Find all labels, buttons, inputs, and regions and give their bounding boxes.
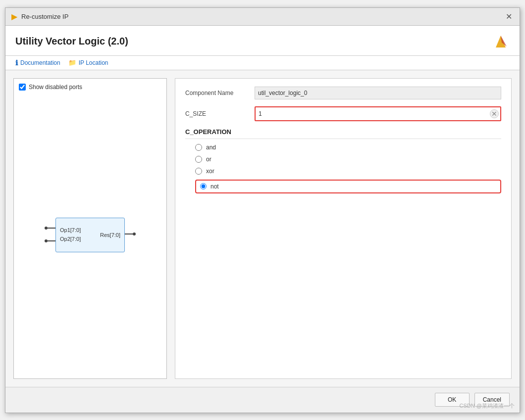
main-content: Show disabled ports Op1[7:0] Op2[7:0] [5, 70, 520, 387]
title-bar-text: Re-customize IP [21, 13, 68, 20]
watermark: CSDN @菜鸡渣渣一个 [460, 402, 515, 410]
block-container: Op1[7:0] Op2[7:0] Res[7:0] [45, 218, 136, 252]
radio-xor-label: xor [206, 168, 214, 175]
radio-or[interactable] [195, 156, 202, 163]
radio-row-xor: xor [195, 168, 501, 175]
logic-block: Op1[7:0] Op2[7:0] Res[7:0] [55, 218, 125, 252]
radio-and[interactable] [195, 144, 202, 151]
svg-marker-0 [496, 36, 506, 47]
radio-xor[interactable] [195, 168, 202, 175]
c-size-clear-button[interactable]: ✕ [490, 109, 499, 118]
show-disabled-ports-row: Show disabled ports [19, 84, 161, 91]
toolbar: ℹ Documentation 📁 IP Location [5, 56, 520, 70]
radio-not[interactable] [200, 183, 207, 189]
c-operation-title: C_OPERATION [185, 128, 501, 139]
radio-row-and: and [195, 144, 501, 151]
radio-group: and or xor not [185, 144, 501, 193]
header-area: Utility Vector Logic (2.0) [5, 26, 520, 56]
component-name-input[interactable] [255, 87, 501, 99]
radio-not-wrapper: not [195, 180, 501, 193]
title-bar-left: ▶ Re-customize IP [11, 12, 68, 21]
ip-location-button[interactable]: 📁 IP Location [68, 59, 108, 66]
folder-icon: 📁 [68, 59, 76, 66]
res-label: Res[7:0] [100, 232, 120, 238]
c-operation-section: C_OPERATION and or xor [185, 128, 501, 193]
dialog-title: Utility Vector Logic (2.0) [15, 36, 128, 47]
documentation-button[interactable]: ℹ Documentation [15, 59, 60, 67]
ip-location-label: IP Location [79, 59, 108, 66]
radio-or-label: or [206, 156, 211, 163]
close-button[interactable]: ✕ [504, 11, 514, 21]
radio-not-label: not [210, 183, 219, 190]
diagram-area: Op1[7:0] Op2[7:0] Res[7:0] [19, 96, 161, 373]
show-disabled-ports-checkbox[interactable] [19, 84, 26, 91]
c-size-row: C_SIZE ✕ [185, 106, 501, 121]
component-name-label: Component Name [185, 90, 250, 96]
left-panel: Show disabled ports Op1[7:0] Op2[7:0] [13, 78, 167, 379]
c-size-label: C_SIZE [185, 110, 250, 117]
radio-row-or: or [195, 156, 501, 163]
component-name-row: Component Name [185, 87, 501, 99]
title-bar-icon: ▶ [11, 12, 17, 21]
title-bar: ▶ Re-customize IP ✕ [5, 8, 520, 26]
c-size-input-wrapper: ✕ [255, 106, 501, 121]
info-icon: ℹ [15, 59, 18, 67]
right-panel: Component Name C_SIZE ✕ C_OPERATION [175, 78, 512, 379]
show-disabled-ports-label: Show disabled ports [29, 84, 82, 91]
app-logo [492, 33, 510, 50]
radio-and-label: and [206, 144, 216, 151]
dialog-window: ▶ Re-customize IP ✕ Utility Vector Logic… [5, 7, 520, 413]
c-size-input[interactable] [256, 107, 490, 120]
footer: OK Cancel [5, 387, 520, 413]
documentation-label: Documentation [20, 59, 60, 66]
